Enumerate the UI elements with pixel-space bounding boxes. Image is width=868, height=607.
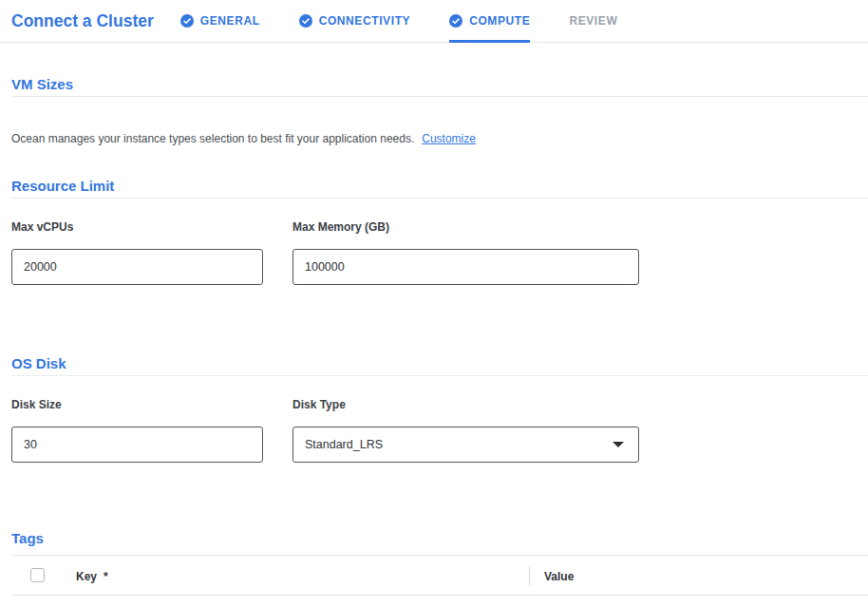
disk-type-select[interactable]: Standard_LRS [292,427,639,463]
key-column-header: Key [76,570,97,583]
check-circle-icon [299,14,312,28]
disk-size-input[interactable] [11,427,263,463]
tab-label: GENERAL [200,14,260,28]
check-circle-icon [180,14,194,28]
check-circle-icon [449,14,462,28]
value-column-header: Value [544,570,574,583]
resource-limit-fields: Max vCPUs Max Memory (GB) [11,220,868,285]
wizard-tabs: GENERAL CONNECTIVITY COMPUTE REVIEW [180,0,657,42]
tags-heading: Tags [11,530,868,556]
page-title: Connect a Cluster [11,11,154,31]
max-memory-label: Max Memory (GB) [292,220,639,234]
os-disk-heading: OS Disk [11,355,868,376]
disk-size-field: Disk Size [11,398,263,463]
max-memory-input[interactable] [292,249,639,285]
select-all-checkbox[interactable] [30,568,45,582]
tags-value-column: Value [530,567,574,584]
tab-label: REVIEW [569,14,617,28]
max-vcpus-input[interactable] [11,249,263,285]
customize-link[interactable]: Customize [422,132,476,145]
disk-type-field: Disk Type Standard_LRS [292,398,639,463]
tags-select-all-cell [11,568,76,582]
vm-sizes-heading: VM Sizes [11,76,868,97]
disk-type-selected-value: Standard_LRS [305,438,383,451]
resource-limit-heading: Resource Limit [11,178,868,199]
disk-size-label: Disk Size [11,398,263,411]
wizard-header: Connect a Cluster GENERAL CONNECTIVITY C… [0,0,868,43]
chevron-down-icon [613,442,624,447]
max-vcpus-field: Max vCPUs [11,220,263,285]
tags-table-header: Key* Value [11,556,868,596]
max-memory-field: Max Memory (GB) [292,220,639,285]
tab-review[interactable]: REVIEW [569,0,617,42]
compute-step-content: VM Sizes Ocean manages your instance typ… [0,76,868,596]
tab-label: CONNECTIVITY [319,14,411,28]
required-asterisk: * [104,570,108,583]
vm-sizes-description-text: Ocean manages your instance types select… [11,132,414,145]
tab-label: COMPUTE [469,14,530,28]
tab-compute[interactable]: COMPUTE [449,0,530,42]
vm-sizes-description: Ocean manages your instance types select… [11,132,868,145]
tab-connectivity[interactable]: CONNECTIVITY [299,0,411,42]
max-vcpus-label: Max vCPUs [11,220,263,234]
os-disk-fields: Disk Size Disk Type Standard_LRS [11,398,868,463]
tab-general[interactable]: GENERAL [180,0,260,42]
disk-type-label: Disk Type [292,398,639,411]
tags-key-column: Key* [76,567,529,584]
